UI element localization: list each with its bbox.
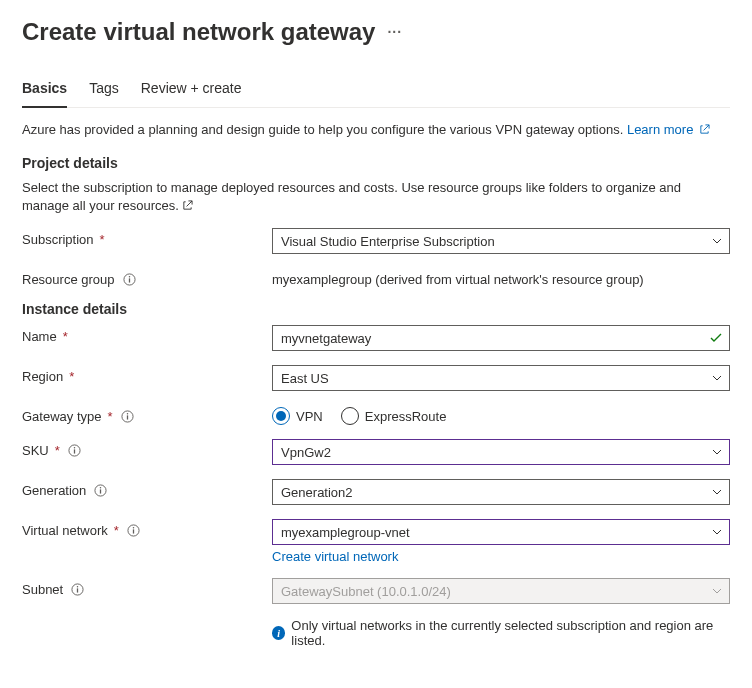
subscription-label: Subscription* <box>22 228 272 247</box>
virtual-network-value: myexamplegroup-vnet <box>281 525 410 540</box>
region-value: East US <box>281 371 329 386</box>
svg-rect-5 <box>126 415 127 419</box>
info-icon[interactable] <box>127 524 140 537</box>
project-details-desc-text: Select the subscription to manage deploy… <box>22 180 681 213</box>
svg-point-16 <box>77 586 78 587</box>
chevron-down-icon <box>711 585 723 597</box>
check-icon <box>709 331 723 345</box>
svg-rect-14 <box>133 529 134 533</box>
page-title-text: Create virtual network gateway <box>22 18 375 46</box>
gateway-type-radios: VPN ExpressRoute <box>272 405 730 425</box>
info-badge-icon: i <box>272 626 285 640</box>
sku-label: SKU* <box>22 439 272 458</box>
project-details-desc: Select the subscription to manage deploy… <box>22 179 730 214</box>
tab-tags[interactable]: Tags <box>89 72 119 108</box>
svg-point-10 <box>100 487 101 488</box>
page-title: Create virtual network gateway ··· <box>22 18 730 46</box>
virtual-network-select[interactable]: myexamplegroup-vnet <box>272 519 730 545</box>
region-label: Region* <box>22 365 272 384</box>
sku-value: VpnGw2 <box>281 445 331 460</box>
gateway-type-label: Gateway type* <box>22 405 272 424</box>
chevron-down-icon <box>711 372 723 384</box>
svg-point-7 <box>74 447 75 448</box>
info-icon[interactable] <box>121 410 134 423</box>
info-icon[interactable] <box>68 444 81 457</box>
name-value: myvnetgateway <box>281 331 371 346</box>
subnet-info-text: Only virtual networks in the currently s… <box>291 618 730 648</box>
project-details-heading: Project details <box>22 155 730 171</box>
name-input[interactable]: myvnetgateway <box>272 325 730 351</box>
svg-point-4 <box>126 413 127 414</box>
create-virtual-network-link[interactable]: Create virtual network <box>272 549 730 564</box>
info-icon[interactable] <box>123 273 136 286</box>
tab-review-create[interactable]: Review + create <box>141 72 242 108</box>
tab-basics[interactable]: Basics <box>22 72 67 108</box>
name-label: Name* <box>22 325 272 344</box>
svg-rect-8 <box>74 449 75 453</box>
generation-select[interactable]: Generation2 <box>272 479 730 505</box>
gateway-type-vpn-label: VPN <box>296 409 323 424</box>
chevron-down-icon <box>711 486 723 498</box>
external-link-icon[interactable] <box>182 200 193 211</box>
resource-group-value: myexamplegroup (derived from virtual net… <box>272 268 730 287</box>
intro-body: Azure has provided a planning and design… <box>22 122 627 137</box>
subnet-value: GatewaySubnet (10.0.1.0/24) <box>281 584 451 599</box>
generation-value: Generation2 <box>281 485 353 500</box>
gateway-type-express-label: ExpressRoute <box>365 409 447 424</box>
learn-more-link[interactable]: Learn more <box>627 122 710 137</box>
info-icon[interactable] <box>94 484 107 497</box>
region-select[interactable]: East US <box>272 365 730 391</box>
svg-rect-17 <box>77 588 78 592</box>
svg-rect-11 <box>100 489 101 493</box>
info-icon[interactable] <box>71 583 84 596</box>
generation-label: Generation <box>22 479 272 498</box>
chevron-down-icon <box>711 526 723 538</box>
svg-point-1 <box>128 276 129 277</box>
intro-text: Azure has provided a planning and design… <box>22 122 730 137</box>
learn-more-label: Learn more <box>627 122 693 137</box>
chevron-down-icon <box>711 446 723 458</box>
resource-group-label: Resource group <box>22 268 272 287</box>
chevron-down-icon <box>711 235 723 247</box>
subscription-value: Visual Studio Enterprise Subscription <box>281 234 495 249</box>
gateway-type-expressroute-radio[interactable]: ExpressRoute <box>341 407 447 425</box>
subnet-label: Subnet <box>22 578 272 597</box>
gateway-type-vpn-radio[interactable]: VPN <box>272 407 323 425</box>
external-link-icon <box>699 124 710 135</box>
more-actions-icon[interactable]: ··· <box>387 24 402 40</box>
virtual-network-label: Virtual network* <box>22 519 272 538</box>
sku-select[interactable]: VpnGw2 <box>272 439 730 465</box>
tab-bar: Basics Tags Review + create <box>22 72 730 108</box>
subnet-select: GatewaySubnet (10.0.1.0/24) <box>272 578 730 604</box>
instance-details-heading: Instance details <box>22 301 730 317</box>
svg-point-13 <box>133 527 134 528</box>
subnet-info-note: i Only virtual networks in the currently… <box>22 618 730 648</box>
svg-rect-2 <box>128 278 129 282</box>
subscription-select[interactable]: Visual Studio Enterprise Subscription <box>272 228 730 254</box>
